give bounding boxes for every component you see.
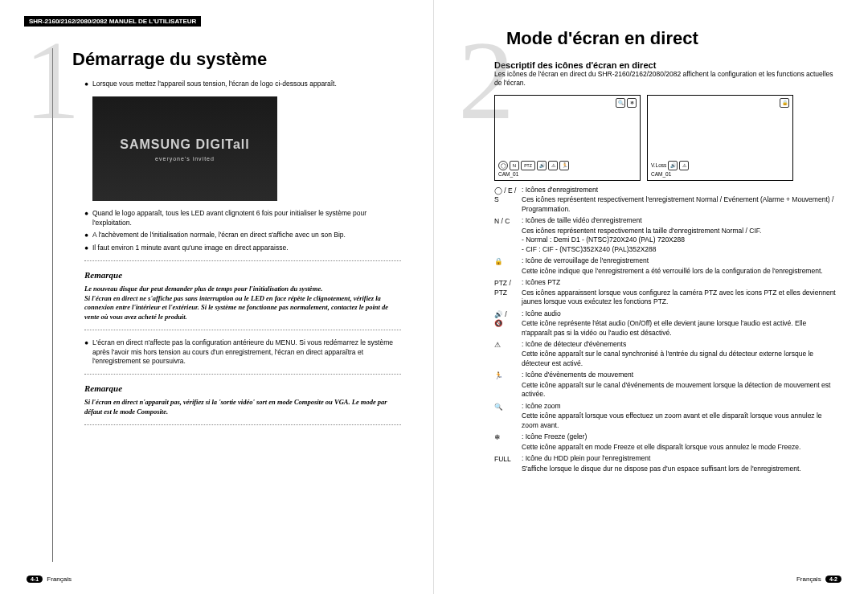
- left-content: ● Lorsque vous mettez l'appareil sous te…: [84, 80, 401, 425]
- legend-title: : Icône zoom: [522, 402, 561, 410]
- legend-title: : Icône d'évènements de mouvement: [522, 371, 633, 379]
- bullet-text: Il faut environ 1 minute avant qu'une im…: [92, 244, 289, 252]
- icon-legend-row: ◯ / E / S: Icônes d'enregistrementCes ic…: [494, 186, 836, 214]
- legend-symbol: ❄: [494, 432, 517, 452]
- right-page: 2 Mode d'écran en direct Descriptif des …: [434, 0, 868, 594]
- footer-lang: Français: [47, 576, 72, 583]
- vloss-text: V.Loss: [651, 162, 666, 170]
- screen2-bottom-icons: V.Loss 🔊 ⚠: [651, 161, 689, 170]
- bullet-item: ● Lorsque vous mettez l'appareil sous te…: [84, 80, 401, 88]
- rec-icon: ◯: [498, 161, 508, 170]
- screen-preview-2: 🔒 V.Loss 🔊 ⚠ CAM_01: [647, 95, 793, 181]
- legend-title: : Icône audio: [522, 309, 561, 317]
- audio-icon: 🔊: [668, 161, 678, 170]
- legend-desc: : Icônes d'enregistrementCes icônes repr…: [522, 186, 836, 214]
- legend-desc: : Icônes de taille vidéo d'enregistremen…: [522, 216, 836, 254]
- footer-right: Français 4-2: [796, 576, 844, 583]
- icon-legend-row: 🏃: Icône d'évènements de mouvementCette …: [494, 371, 836, 399]
- legend-title: : Icônes de taille vidéo d'enregistremen…: [522, 216, 642, 224]
- legend-desc: : Icône zoomCette icône apparaît lorsque…: [522, 402, 836, 430]
- bullet-text: A l'achèvement de l'initialisation norma…: [92, 231, 346, 240]
- page-badge: 4-2: [825, 576, 841, 583]
- dotted-separator: [84, 374, 401, 375]
- dotted-separator: [84, 260, 401, 261]
- size-icon: N: [510, 161, 519, 170]
- legend-symbol: 🔒: [494, 256, 517, 276]
- legend-symbol: 🔍: [494, 402, 517, 430]
- legend-title: : Icône du HDD plein pour l'enregistreme…: [522, 454, 650, 462]
- legend-title: : Icônes d'enregistrement: [522, 186, 598, 194]
- bullet-icon: ●: [84, 338, 92, 366]
- bullet-text: L'écran en direct n'affecte pas la confi…: [92, 338, 401, 366]
- ptz-icon: PTZ: [521, 161, 535, 170]
- screen2-top-icons: 🔒: [780, 98, 789, 108]
- sub-heading: Descriptif des icônes d'écran en direct: [494, 60, 844, 70]
- legend-title: : Icône de verrouillage de l'enregistrem…: [522, 256, 649, 264]
- legend-text: S'affiche lorsque le disque dur ne dispo…: [522, 465, 836, 473]
- legend-text: Cette icône représente l'état audio (On/…: [522, 319, 836, 338]
- legend-text: Ces icônes apparaissent lorsque vous con…: [522, 289, 836, 307]
- zoom-icon: 🔍: [616, 98, 625, 108]
- remark-body: Si l'écran en direct n'apparaît pas, vér…: [84, 398, 401, 416]
- right-content: Les icônes de l'écran en direct du SHR-2…: [494, 70, 836, 473]
- bullet-icon: ●: [84, 244, 92, 252]
- screen-preview-1: 🔍 ❄ ◯ N PTZ 🔊 ⚠ 🏃 CAM_01: [494, 95, 641, 181]
- legend-symbol: FULL: [494, 454, 517, 473]
- motion-icon: 🏃: [559, 161, 569, 170]
- logo-sub-text: everyone's invited: [155, 155, 215, 162]
- freeze-icon: ❄: [627, 98, 637, 108]
- legend-symbol: ⚠: [494, 340, 517, 368]
- legend-text: Ces icônes représentent respectivement l…: [522, 195, 836, 214]
- legend-title: : Icône de détecteur d'évènements: [522, 340, 626, 348]
- legend-desc: : Icône de verrouillage de l'enregistrem…: [522, 256, 836, 276]
- bullet-item: ● Il faut environ 1 minute avant qu'une …: [84, 244, 401, 252]
- icon-legend: ◯ / E / S: Icônes d'enregistrementCes ic…: [494, 186, 836, 473]
- icon-legend-row: ⚠: Icône de détecteur d'évènementsCette …: [494, 340, 836, 368]
- screen2-caption: CAM_01: [651, 171, 671, 178]
- section-title-left: Démarrage du système: [72, 49, 409, 70]
- legend-desc: : Icônes PTZCes icônes apparaissent lors…: [522, 278, 836, 306]
- screen1-bottom-icons: ◯ N PTZ 🔊 ⚠ 🏃: [498, 161, 569, 170]
- icon-legend-row: 🔍: Icône zoomCette icône apparaît lorsqu…: [494, 402, 836, 430]
- remark-body: Le nouveau disque dur peut demander plus…: [84, 285, 401, 322]
- icon-legend-row: ❄: Icône Freeze (geler)Cette icône appar…: [494, 432, 836, 452]
- bullet-icon: ●: [84, 209, 92, 227]
- lock-icon: 🔒: [780, 98, 789, 108]
- screen1-top-icons: 🔍 ❄: [616, 98, 637, 108]
- page-badge: 4-1: [27, 576, 43, 583]
- legend-desc: : Icône du HDD plein pour l'enregistreme…: [522, 454, 836, 473]
- legend-title: : Icônes PTZ: [522, 278, 560, 286]
- section-title-right: Mode d'écran en direct: [506, 28, 844, 49]
- icon-legend-row: 🔊 / 🔇: Icône audioCette icône représente…: [494, 309, 836, 338]
- legend-desc: : Icône de détecteur d'évènementsCette i…: [522, 340, 836, 368]
- bullet-item: ● A l'achèvement de l'initialisation nor…: [84, 231, 401, 240]
- legend-desc: : Icône audioCette icône représente l'ét…: [522, 309, 836, 338]
- left-page: SHR-2160/2162/2080/2082 MANUEL DE L'UTIL…: [0, 0, 434, 594]
- bullet-item: ● Quand le logo apparaît, tous les LED a…: [84, 209, 401, 227]
- legend-symbol: PTZ / PTZ: [494, 278, 517, 306]
- footer-lang: Français: [796, 576, 821, 583]
- legend-symbol: 🔊 / 🔇: [494, 309, 517, 338]
- legend-symbol: 🏃: [494, 371, 517, 399]
- startup-logo-screenshot: SAMSUNG DIGITall everyone's invited: [92, 96, 277, 201]
- bullet-text: Quand le logo apparaît, tous les LED ava…: [92, 209, 401, 227]
- page-spread: SHR-2160/2162/2080/2082 MANUEL DE L'UTIL…: [0, 0, 868, 594]
- alarm-icon: ⚠: [548, 161, 558, 170]
- dotted-separator: [84, 424, 401, 425]
- audio-icon: 🔊: [537, 161, 547, 170]
- legend-text: Cette icône apparaît en mode Freeze et e…: [522, 443, 836, 452]
- intro-text: Les icônes de l'écran en direct du SHR-2…: [494, 70, 836, 88]
- legend-desc: : Icône d'évènements de mouvementCette i…: [522, 371, 836, 399]
- bullet-icon: ●: [84, 80, 92, 88]
- bullet-icon: ●: [84, 231, 92, 240]
- legend-text: Ces icônes représentent respectivement l…: [522, 227, 836, 254]
- dotted-separator: [84, 330, 401, 330]
- icon-legend-row: N / C: Icônes de taille vidéo d'enregist…: [494, 216, 836, 254]
- logo-main-text: SAMSUNG DIGITall: [120, 136, 250, 154]
- legend-title: : Icône Freeze (geler): [522, 432, 587, 440]
- legend-desc: : Icône Freeze (geler)Cette icône appara…: [522, 432, 836, 452]
- remark-title: Remarque: [84, 269, 401, 281]
- alarm-icon: ⚠: [679, 161, 689, 170]
- icon-legend-row: FULL: Icône du HDD plein pour l'enregist…: [494, 454, 836, 473]
- bullet-item: ● L'écran en direct n'affecte pas la con…: [84, 338, 401, 366]
